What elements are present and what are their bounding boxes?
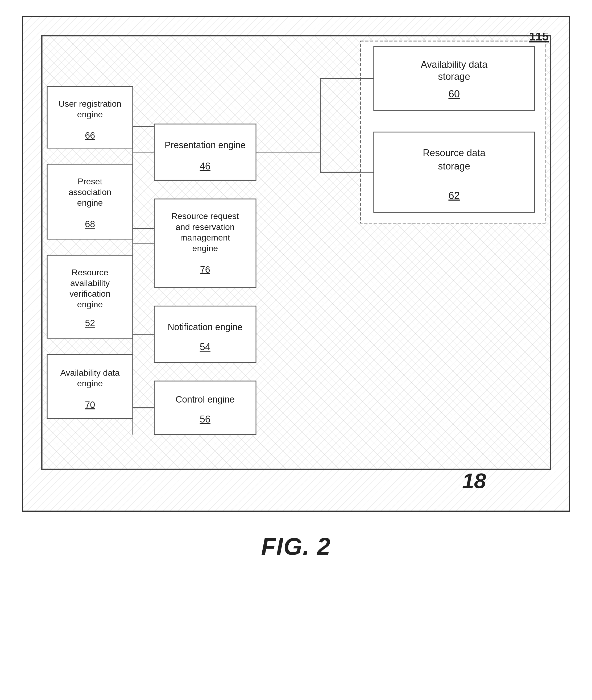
diagram-inner: 18 115 Availability data storage 60 Reso… [39, 33, 553, 489]
notification-eng-number: 54 [200, 341, 210, 352]
rr-eng-line1: Resource request [171, 211, 239, 221]
avail-data-eng-line1: Availability data [60, 368, 119, 378]
rr-eng-number: 76 [200, 264, 210, 274]
control-eng-line1: Control engine [175, 394, 234, 404]
storage-area-label: 115 [529, 33, 549, 43]
rr-eng-line3: management [180, 233, 230, 242]
svg-rect-15 [154, 381, 256, 435]
page-container: 18 115 Availability data storage 60 Reso… [22, 16, 570, 560]
resource-storage-line1: Resource data [423, 147, 485, 158]
user-reg-number: 66 [85, 130, 95, 141]
preset-assoc-line3: engine [77, 198, 103, 207]
rr-eng-line2: and reservation [175, 222, 234, 232]
system-label: 18 [462, 469, 486, 488]
presentation-eng-number: 46 [200, 161, 210, 171]
preset-assoc-line1: Preset [78, 177, 102, 186]
figure-label: FIG. 2 [261, 533, 331, 560]
notification-eng-line1: Notification engine [167, 322, 242, 332]
resource-avail-number: 52 [85, 318, 95, 328]
user-reg-line1: User registration [58, 99, 121, 108]
svg-rect-14 [154, 306, 256, 362]
avail-storage-number: 60 [448, 88, 460, 100]
svg-rect-12 [154, 124, 256, 180]
user-reg-line2: engine [77, 110, 103, 119]
resource-avail-line1: Resource [71, 268, 108, 277]
presentation-eng-line1: Presentation engine [164, 140, 245, 150]
resource-storage-number: 62 [448, 190, 460, 201]
avail-data-eng-line2: engine [77, 379, 103, 388]
preset-assoc-line2: association [68, 187, 111, 197]
resource-avail-line3: verification [69, 289, 110, 299]
control-eng-number: 56 [200, 414, 210, 424]
rr-eng-line4: engine [192, 243, 218, 253]
avail-storage-line1: Availability data [421, 59, 488, 70]
resource-avail-line2: availability [70, 278, 110, 288]
resource-avail-line4: engine [77, 300, 103, 309]
preset-assoc-number: 68 [85, 219, 95, 229]
avail-storage-line2: storage [438, 71, 470, 82]
avail-data-eng-number: 70 [85, 400, 95, 410]
diagram-border: 18 115 Availability data storage 60 Reso… [22, 16, 570, 512]
resource-storage-line2: storage [438, 161, 470, 171]
diagram-svg: 18 115 Availability data storage 60 Reso… [39, 33, 553, 488]
